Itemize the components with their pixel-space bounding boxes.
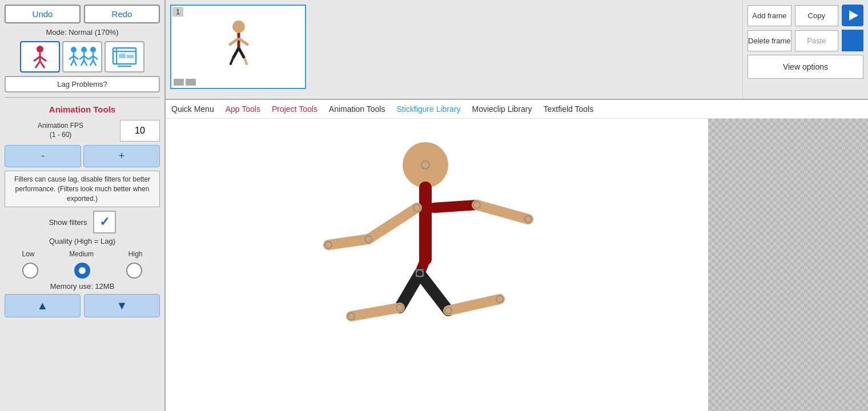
nav-textfield-tools[interactable]: Textfield Tools xyxy=(544,103,594,115)
scene-tool[interactable] xyxy=(105,41,144,72)
redo-button[interactable]: Redo xyxy=(84,5,160,23)
frame-icons xyxy=(174,79,196,86)
view-options-button[interactable]: View options xyxy=(748,55,863,79)
filter-notice: Filters can cause lag, disable filters f… xyxy=(5,171,160,207)
svg-line-48 xyxy=(420,273,448,311)
copy-button[interactable]: Copy xyxy=(795,5,839,26)
undo-button[interactable]: Undo xyxy=(5,5,81,23)
svg-line-16 xyxy=(81,60,84,66)
main-area: 1 Add fr xyxy=(166,0,868,411)
svg-line-36 xyxy=(239,48,244,58)
quality-medium-label: Medium xyxy=(69,250,94,258)
quality-high-label: High xyxy=(128,250,143,258)
quality-options: Low Medium High xyxy=(5,250,160,258)
memory-up-button[interactable]: ▲ xyxy=(5,294,81,317)
svg-point-0 xyxy=(37,46,43,53)
svg-line-10 xyxy=(71,60,74,66)
stickfigure-area xyxy=(166,119,708,411)
memory-buttons: ▲ ▼ xyxy=(5,294,160,317)
multi-figure-tool[interactable] xyxy=(62,41,102,72)
delete-paste-row: Delete frame Paste xyxy=(748,30,863,51)
show-filters-row: Show filters ✓ xyxy=(5,211,160,233)
svg-line-34 xyxy=(239,38,248,45)
svg-line-38 xyxy=(244,58,247,65)
stickfigure-svg[interactable] xyxy=(294,134,580,396)
nav-app-tools[interactable]: App Tools xyxy=(226,103,260,115)
svg-line-17 xyxy=(84,60,87,66)
nav-stickfigure-library[interactable]: Stickfigure Library xyxy=(396,103,460,115)
fps-controls: - + xyxy=(5,145,160,167)
frame-controls: Add frame Copy Delete frame Paste View o… xyxy=(742,0,868,99)
svg-line-2 xyxy=(34,57,40,61)
quality-label: Quality (High = Lag) xyxy=(5,237,160,245)
svg-line-43 xyxy=(434,205,477,208)
fps-plus-button[interactable]: + xyxy=(83,145,160,167)
memory-label: Memory use: 12MB xyxy=(5,282,160,291)
svg-line-33 xyxy=(229,38,239,45)
checkmark-icon: ✓ xyxy=(99,215,110,229)
add-frame-button[interactable]: Add frame xyxy=(748,5,791,26)
quality-low-radio[interactable] xyxy=(22,263,38,279)
memory-down-button[interactable]: ▼ xyxy=(84,294,160,317)
fps-value: 10 xyxy=(120,120,160,142)
single-figure-tool[interactable] xyxy=(20,41,60,72)
svg-point-31 xyxy=(232,21,245,33)
top-bar: 1 Add fr xyxy=(166,0,868,100)
nav-menu: Quick Menu App Tools Project Tools Anima… xyxy=(166,100,868,119)
svg-line-22 xyxy=(90,60,93,66)
delete-frame-button[interactable]: Delete frame xyxy=(748,30,791,51)
svg-line-4 xyxy=(35,61,40,68)
svg-point-39 xyxy=(403,142,448,188)
left-panel: Undo Redo Mode: Normal (170%) xyxy=(0,0,166,411)
quality-low-label: Low xyxy=(22,250,34,258)
fps-minus-button[interactable]: - xyxy=(5,145,81,167)
show-filters-checkbox[interactable]: ✓ xyxy=(93,211,116,233)
svg-line-49 xyxy=(448,299,500,311)
blue-square-button[interactable] xyxy=(842,30,863,51)
fps-label: Animation FPS(1 - 60) xyxy=(5,122,116,139)
nav-animation-tools[interactable]: Animation Tools xyxy=(329,103,385,115)
svg-line-5 xyxy=(40,61,45,68)
svg-line-23 xyxy=(93,60,96,66)
svg-rect-28 xyxy=(127,55,134,58)
show-filters-label: Show filters xyxy=(49,218,87,227)
mode-label: Mode: Normal (170%) xyxy=(5,28,160,37)
play-button[interactable] xyxy=(842,5,863,26)
add-copy-row: Add frame Copy xyxy=(748,5,863,26)
frame-thumbnail[interactable]: 1 xyxy=(170,5,306,89)
svg-line-44 xyxy=(477,205,528,219)
svg-point-6 xyxy=(71,47,77,53)
nav-quick-menu[interactable]: Quick Menu xyxy=(171,103,214,115)
fps-row: Animation FPS(1 - 60) 10 xyxy=(5,120,160,142)
tool-icon-row xyxy=(5,41,160,72)
svg-rect-27 xyxy=(119,54,126,58)
svg-line-35 xyxy=(233,48,239,58)
quality-radio-row xyxy=(5,263,160,279)
canvas-area[interactable] xyxy=(166,119,868,411)
svg-line-41 xyxy=(368,208,417,239)
lag-problems-button[interactable]: Lag Problems? xyxy=(5,76,160,92)
svg-point-12 xyxy=(81,47,87,53)
paste-button[interactable]: Paste xyxy=(795,30,839,51)
animation-tools-title: Animation Tools xyxy=(5,104,160,114)
play-icon xyxy=(849,10,858,21)
svg-line-47 xyxy=(351,308,400,316)
nav-project-tools[interactable]: Project Tools xyxy=(272,103,318,115)
undo-redo-row: Undo Redo xyxy=(5,5,160,23)
svg-line-37 xyxy=(230,58,233,65)
svg-line-3 xyxy=(40,57,46,61)
quality-high-radio[interactable] xyxy=(126,263,142,279)
svg-point-18 xyxy=(90,47,96,53)
frames-area: 1 xyxy=(166,0,742,99)
quality-medium-radio[interactable] xyxy=(74,263,90,279)
svg-line-42 xyxy=(328,239,368,245)
svg-line-11 xyxy=(74,60,77,66)
canvas-background xyxy=(708,119,868,411)
nav-movieclip-library[interactable]: Movieclip Library xyxy=(472,103,532,115)
